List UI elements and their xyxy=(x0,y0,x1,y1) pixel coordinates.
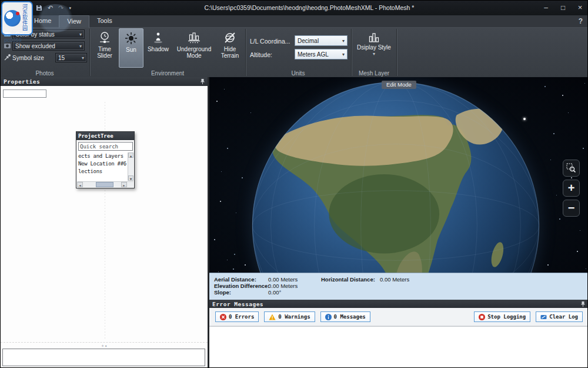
edit-mode-badge: Edit Mode xyxy=(382,81,416,89)
altitude-dropdown[interactable]: Meters AGL ▾ xyxy=(295,49,348,59)
tree-item[interactable]: ects and Layers xyxy=(77,152,127,160)
chevron-down-icon: ▾ xyxy=(82,55,84,61)
symbol-size-dropdown[interactable]: 15 ▾ xyxy=(55,53,87,62)
tree-item[interactable]: New Location ##6 xyxy=(77,160,127,168)
chevron-down-icon: ▾ xyxy=(342,52,345,57)
scroll-up-icon[interactable]: ▲ xyxy=(128,152,133,158)
units-group-label: Units xyxy=(246,70,350,77)
watermark-site-name: 河东软件园 xyxy=(22,4,28,32)
display-style-button[interactable]: Dsiplay Style ▾ xyxy=(354,28,394,68)
horizontal-distance-value: 0.00 Meters xyxy=(380,276,409,283)
maximize-button[interactable]: □ xyxy=(554,1,572,15)
group-separator xyxy=(396,29,397,76)
shadow-icon xyxy=(152,31,165,44)
3d-viewport[interactable]: Edit Mode + − xyxy=(209,77,588,273)
errors-button[interactable]: 0 Errors xyxy=(215,311,259,322)
altitude-value: Meters AGL xyxy=(298,51,329,58)
properties-panel: Properties + ▪ ProjectTree ects and Laye… xyxy=(1,77,209,368)
shadow-button[interactable]: Shadow xyxy=(145,28,172,68)
ribbon-tabs: Home View Tools xyxy=(1,15,588,28)
symbol-size-value: 15 xyxy=(58,55,65,61)
clock-icon xyxy=(98,31,111,44)
scroll-right-icon[interactable]: ► xyxy=(121,182,127,187)
hide-terrain-button[interactable]: Hide Terrain xyxy=(216,28,243,68)
scroll-left-icon[interactable]: ◄ xyxy=(77,182,83,187)
globe-slash-icon xyxy=(223,31,236,44)
sun-icon xyxy=(125,32,138,45)
show-excluded-value: Show excluded xyxy=(15,43,55,49)
sun-button[interactable]: Sun xyxy=(119,28,143,68)
properties-title: Properties xyxy=(4,78,40,85)
window-title: C:\Users\pc0359\Documents\heodng\heodng.… xyxy=(106,4,512,11)
watermark-swirl-icon xyxy=(4,10,21,26)
properties-header: Properties xyxy=(1,77,208,86)
splitter-grip-icon[interactable]: + ▪ xyxy=(1,342,208,349)
quick-search-input[interactable] xyxy=(78,142,133,151)
tab-tools[interactable]: Tools xyxy=(89,15,120,28)
messages-count: 0 Messages xyxy=(334,314,366,320)
scroll-down-icon[interactable]: ▼ xyxy=(128,175,133,181)
minimize-button[interactable]: – xyxy=(537,1,554,15)
ll-coordinate-label: L/L Coordina... xyxy=(250,38,290,45)
zoom-in-button[interactable]: + xyxy=(563,180,580,197)
photos-group-label: Photos xyxy=(1,70,89,77)
measurement-bar: Aerial Distance: 0.00 Meters Horizontal … xyxy=(209,273,588,300)
time-slider-button[interactable]: Time Slider xyxy=(92,28,118,68)
group-separator xyxy=(245,29,246,76)
slope-label: Slope: xyxy=(214,289,231,296)
bottom-panel-box xyxy=(2,349,205,366)
project-tree-titlebar[interactable]: ProjectTree xyxy=(76,132,134,140)
stop-logging-button[interactable]: Stop Logging xyxy=(474,311,530,322)
ribbon: Color by status ▾ Show excluded ▾ Symbol… xyxy=(1,28,588,77)
scrollbar-thumb[interactable] xyxy=(96,182,113,187)
close-button[interactable]: × xyxy=(572,1,588,15)
shadow-label: Shadow xyxy=(148,46,169,52)
error-toolbar: 0 Errors 0 Warnings 0 Messages Stop Logg… xyxy=(209,308,588,326)
watermark-logo: 河东软件园 xyxy=(1,1,33,35)
aerial-distance-value: 0.00 Meters xyxy=(268,276,298,283)
error-icon xyxy=(220,314,226,320)
error-log-content xyxy=(209,326,588,368)
vertical-scrollbar[interactable]: ▲ ▼ xyxy=(128,152,133,181)
clear-log-button[interactable]: Clear Log xyxy=(536,311,583,322)
chevron-down-icon: ▾ xyxy=(79,32,82,37)
watermark-site-code: pc0359 xyxy=(4,37,22,43)
symbol-size-icon xyxy=(4,54,11,61)
project-tree-window: ProjectTree ects and Layers New Location… xyxy=(76,131,135,188)
zoom-out-button[interactable]: − xyxy=(563,200,580,217)
underground-buildings-icon xyxy=(188,31,201,44)
chevron-down-icon: ▾ xyxy=(342,38,345,44)
messages-button[interactable]: 0 Messages xyxy=(320,311,370,322)
watermark-ghost xyxy=(35,4,76,32)
tree-item[interactable]: lections xyxy=(77,168,127,175)
hide-terrain-label: Hide Terrain xyxy=(216,46,243,59)
underground-mode-label: Underground Mode xyxy=(173,46,215,59)
time-slider-label: Time Slider xyxy=(92,46,118,59)
altitude-label: Altitude: xyxy=(250,51,272,58)
pin-icon[interactable] xyxy=(580,301,586,307)
project-tree-list: ects and Layers New Location ##6 lection… xyxy=(77,152,127,181)
errors-count: 0 Errors xyxy=(229,314,254,320)
selection-point xyxy=(523,118,526,120)
symbol-size-label: Symbol size xyxy=(12,55,44,61)
error-messages-header: Error Messages xyxy=(209,300,588,308)
properties-filter-input[interactable] xyxy=(3,89,46,98)
earth-globe xyxy=(250,80,541,273)
underground-mode-button[interactable]: Underground Mode xyxy=(173,28,215,68)
elevation-difference-label: Elevation Difference: xyxy=(214,283,270,289)
help-button[interactable]: ? xyxy=(579,17,583,25)
slope-value: 0.00° xyxy=(268,289,281,296)
ll-coordinate-dropdown[interactable]: Decimal ▾ xyxy=(295,35,348,46)
mesh-layer-group-label: Mesh Layer xyxy=(352,70,396,77)
ll-coordinate-value: Decimal xyxy=(298,38,319,44)
warnings-button[interactable]: 0 Warnings xyxy=(264,311,315,322)
horizontal-scrollbar[interactable]: ◄ ► xyxy=(77,181,133,187)
pin-icon[interactable] xyxy=(200,78,205,85)
zoom-area-button[interactable] xyxy=(563,160,580,177)
group-separator xyxy=(351,29,352,76)
error-messages-title: Error Messages xyxy=(212,301,263,307)
show-excluded-dropdown[interactable]: Show excluded ▾ xyxy=(12,41,85,51)
clear-log-label: Clear Log xyxy=(549,314,578,320)
sun-label: Sun xyxy=(126,47,136,53)
elevation-difference-value: 0.00 Meters xyxy=(268,283,298,289)
